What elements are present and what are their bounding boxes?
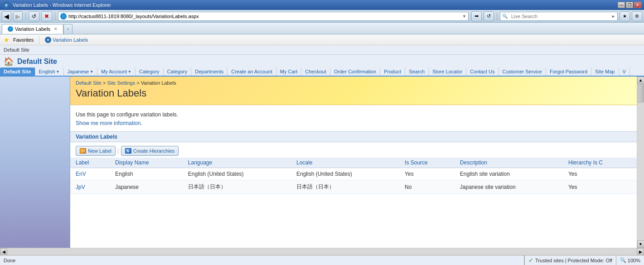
tab-more[interactable]: V — [619, 67, 630, 76]
nav-tabs-bar: Default Site English ▼ Japanese ▼ My Acc… — [0, 67, 644, 77]
title-bar: e Variation Labels - Windows Internet Ex… — [0, 0, 644, 10]
address-dropdown-icon[interactable]: ▼ — [462, 14, 466, 19]
new-tab-button[interactable]: + — [63, 24, 73, 34]
cell-source-2: No — [399, 180, 455, 194]
tab-my-cart[interactable]: My Cart — [276, 67, 302, 76]
breadcrumb-sep-1: > — [103, 80, 107, 86]
tab-default-site[interactable]: Default Site — [0, 67, 35, 76]
status-bar: Done ✓ Trusted sites | Protected Mode: O… — [0, 255, 644, 265]
create-hierarchies-btn-text: Create Hierarchies — [133, 148, 175, 154]
close-button[interactable]: ✕ — [634, 2, 641, 8]
create-hierarchies-button[interactable]: 🏗 Create Hierarchies — [121, 146, 179, 156]
main-wrapper: Default Site 🏠 Default Site Default Site… — [0, 45, 644, 255]
table-row: EnV English English (United States) Engl… — [70, 168, 637, 180]
horizontal-scrollbar: ◀ ▶ — [0, 248, 644, 255]
refresh-button[interactable]: ↺ — [29, 11, 39, 21]
site-title: Default Site — [17, 58, 57, 66]
tab-japanese[interactable]: Japanese ▼ — [64, 67, 98, 76]
check-icon: ✓ — [528, 257, 533, 264]
scroll-up-button[interactable]: ▲ — [637, 77, 644, 84]
tab-store-locator[interactable]: Store Locator — [429, 67, 466, 76]
tab-category-1[interactable]: Category — [136, 67, 164, 76]
tools-btn[interactable]: ⚙ — [632, 11, 642, 21]
toolbar-separator: | — [117, 147, 119, 154]
label-link-2[interactable]: JpV — [76, 184, 85, 190]
new-label-icon: 🏷 — [80, 148, 86, 154]
hscroll-left-button[interactable]: ◀ — [0, 248, 7, 255]
breadcrumb-default-site[interactable]: Default Site — [76, 80, 102, 86]
browser-tab-active[interactable]: 🌐 Variation Labels ✕ — [2, 24, 63, 34]
status-zoom: 🔍 100% — [616, 255, 644, 265]
tab-create-account[interactable]: Create an Account — [228, 67, 276, 76]
col-hierarchy: Hierarchy Is C — [563, 158, 637, 168]
info-text: Use this page to configure variation lab… — [76, 111, 631, 119]
tab-site-map[interactable]: Site Map — [591, 67, 619, 76]
scroll-down-button[interactable]: ▼ — [637, 241, 644, 248]
tab-customer-service[interactable]: Customer Service — [499, 67, 546, 76]
tab-order-confirmation[interactable]: Order Confirmation — [330, 67, 381, 76]
tab-icon: 🌐 — [8, 26, 13, 32]
search-box: 🔍 ► — [500, 12, 618, 21]
address-input[interactable] — [68, 14, 460, 19]
tab-english-label: English — [39, 69, 55, 74]
status-text: Done — [0, 258, 524, 263]
tab-contact-us[interactable]: Contact Us — [466, 67, 499, 76]
search-input[interactable] — [509, 14, 610, 19]
status-trusted-sites: ✓ Trusted sites | Protected Mode: Off — [524, 255, 616, 265]
cell-display-2: Japanese — [110, 180, 183, 194]
tab-my-account-label: My Account — [101, 69, 127, 74]
main-content: Default Site > Site Settings > Variation… — [70, 77, 637, 248]
fav-separator — [39, 36, 39, 43]
stop-button[interactable]: ✖ — [41, 11, 52, 21]
col-locale: Locale — [291, 158, 399, 168]
tab-category-2[interactable]: Category — [164, 67, 192, 76]
tab-product[interactable]: Product — [380, 67, 405, 76]
favorites-item-ie[interactable]: e Variation Labels — [45, 37, 88, 43]
tab-departments[interactable]: Departments — [191, 67, 228, 76]
window-title: Variation Labels - Windows Internet Expl… — [13, 2, 111, 8]
col-description: Description — [455, 158, 563, 168]
status-right: ✓ Trusted sites | Protected Mode: Off 🔍 … — [524, 255, 644, 265]
info-link[interactable]: Show me more information. — [76, 120, 142, 126]
breadcrumb-site-settings[interactable]: Site Settings — [107, 80, 135, 86]
tab-search[interactable]: Search — [405, 67, 429, 76]
info-section: Use this page to configure variation lab… — [70, 105, 637, 131]
refresh-btn2[interactable]: ↺ — [484, 11, 494, 21]
page-icon: 🌐 — [60, 13, 67, 19]
address-bar: 🌐 ▼ — [58, 12, 469, 21]
favorites-item-label: Variation Labels — [53, 37, 88, 43]
tab-checkout[interactable]: Checkout — [301, 67, 330, 76]
ie-logo-icon: e — [3, 1, 10, 9]
col-is-source: Is Source — [399, 158, 455, 168]
search-submit-icon[interactable]: ► — [610, 14, 617, 19]
tab-close-icon[interactable]: ✕ — [54, 27, 58, 31]
site-title-bar: 🏠 Default Site — [0, 55, 644, 67]
minimize-button[interactable]: — — [618, 2, 625, 8]
scroll-thumb[interactable] — [638, 84, 644, 102]
back-button[interactable]: ◀ — [2, 11, 11, 21]
site-logo-icon: 🏠 — [4, 57, 14, 67]
breadcrumb: Default Site > Site Settings > Variation… — [76, 80, 631, 86]
tab-english[interactable]: English ▼ — [35, 67, 64, 76]
toolbar: 🏷 New Label | 🏗 Create Hierarchies — [70, 144, 637, 158]
breadcrumb-current: Variation Labels — [141, 80, 176, 86]
table-row: JpV Japanese 日本語（日本） 日本語（日本） No Japanese… — [70, 180, 637, 194]
site-header-text: Default Site — [4, 47, 29, 53]
restore-button[interactable]: ❐ — [626, 2, 633, 8]
hscroll-right-button[interactable]: ▶ — [637, 248, 644, 255]
tab-forgot-password[interactable]: Forgot Password — [546, 67, 591, 76]
separator — [25, 12, 26, 20]
forward-button[interactable]: ▶ — [13, 11, 23, 21]
tab-my-account-dropdown-icon: ▼ — [128, 70, 131, 74]
hscroll-track[interactable] — [7, 248, 637, 255]
cell-display-1: English — [110, 168, 183, 180]
window-controls: — ❐ ✕ — [618, 2, 641, 8]
scroll-track[interactable] — [637, 84, 644, 241]
label-link-1[interactable]: EnV — [76, 171, 86, 177]
add-to-favorites-btn[interactable]: ★ — [620, 11, 630, 21]
cell-source-1: Yes — [399, 168, 455, 180]
go-button[interactable]: ➡ — [471, 11, 482, 21]
tab-my-account[interactable]: My Account ▼ — [97, 67, 136, 76]
tab-japanese-label: Japanese — [68, 69, 89, 74]
new-label-button[interactable]: 🏷 New Label — [76, 146, 116, 156]
